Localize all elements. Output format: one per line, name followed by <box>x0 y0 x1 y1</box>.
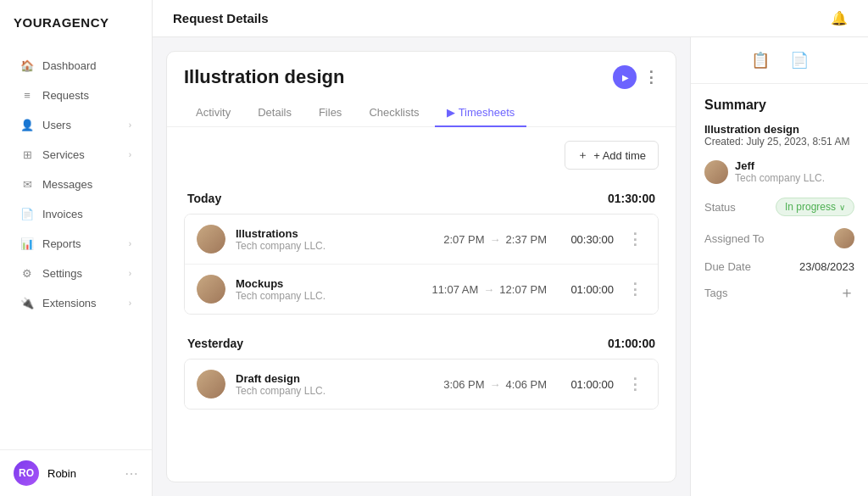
entry-name: Draft design <box>236 372 433 385</box>
end-time: 2:37 PM <box>506 233 547 246</box>
status-label: Status <box>704 201 736 214</box>
user-avatar: RO <box>14 460 39 486</box>
yesterday-header: Yesterday 01:00:00 <box>184 328 659 359</box>
entry-more-button[interactable]: ⋮ <box>624 280 646 298</box>
clipboard-tab-icon[interactable]: 📋 <box>751 51 770 70</box>
chevron-right-icon: › <box>129 239 131 248</box>
requests-icon: ≡ <box>20 88 34 102</box>
invoices-icon: 📄 <box>20 207 34 220</box>
arrow-icon: → <box>490 233 501 246</box>
summary-project-name: Illustration design <box>704 123 854 136</box>
right-panel-tabs: 📋 📄 <box>691 37 868 84</box>
more-options-button[interactable]: ⋯ <box>125 465 138 482</box>
client-name: Jeff <box>735 159 825 172</box>
status-row: Status In progress ∨ <box>704 198 854 216</box>
sidebar-item-services[interactable]: ⊞ Services › <box>7 140 145 169</box>
entry-duration: 01:00:00 <box>567 283 614 296</box>
due-date-label: Due Date <box>704 260 751 273</box>
page-title: Request Details <box>173 11 269 25</box>
sidebar-item-label: Settings <box>42 267 120 280</box>
chevron-down-icon: ∨ <box>839 203 845 212</box>
sidebar-item-label: Users <box>42 119 120 131</box>
more-menu-button[interactable]: ⋮ <box>643 68 659 86</box>
entry-company: Tech company LLC. <box>236 385 433 397</box>
play-icon: ▶ <box>622 73 629 82</box>
status-badge[interactable]: In progress ∨ <box>776 198 854 216</box>
bell-icon[interactable]: 🔔 <box>831 10 848 26</box>
chevron-right-icon: › <box>129 150 131 159</box>
sidebar-item-settings[interactable]: ⚙ Settings › <box>7 259 145 287</box>
plus-icon: ＋ <box>577 148 588 163</box>
user-name: Robin <box>47 467 116 480</box>
summary-created: Created: July 25, 2023, 8:51 AM <box>704 136 854 148</box>
center-body: ＋ + Add time Today 01:30:00 <box>167 127 676 482</box>
extensions-icon: 🔌 <box>20 296 34 309</box>
sidebar-item-extensions[interactable]: 🔌 Extensions › <box>7 288 145 317</box>
assigned-avatar <box>834 228 854 248</box>
sidebar: YOURAGENCY 🏠 Dashboard ≡ Requests 👤 User… <box>0 0 153 496</box>
time-entry: Illustrations Tech company LLC. 2:07 PM … <box>185 215 658 265</box>
summary-section: Summary Illustration design Created: Jul… <box>691 84 868 314</box>
sidebar-item-label: Extensions <box>42 297 120 309</box>
title-actions: ▶ ⋮ <box>613 65 659 89</box>
tabs: Activity Details Files Checklists ▶Times… <box>184 99 659 126</box>
sidebar-footer: RO Robin ⋯ <box>0 449 152 496</box>
settings-icon: ⚙ <box>20 266 34 280</box>
entry-name: Mockups <box>236 277 421 290</box>
sidebar-item-users[interactable]: 👤 Users › <box>7 110 145 139</box>
avatar <box>197 225 225 254</box>
dashboard-icon: 🏠 <box>20 59 34 72</box>
timesheets-icon: ▶ <box>447 106 455 119</box>
sidebar-item-invoices[interactable]: 📄 Invoices <box>7 199 145 228</box>
services-icon: ⊞ <box>20 148 34 161</box>
yesterday-total: 01:00:00 <box>608 337 655 350</box>
sidebar-item-label: Invoices <box>42 208 131 220</box>
yesterday-entries: Draft design Tech company LLC. 3:06 PM →… <box>184 359 659 410</box>
arrow-icon: → <box>490 378 501 391</box>
entry-info: Draft design Tech company LLC. <box>236 372 433 397</box>
tags-label: Tags <box>704 287 727 299</box>
content-area: Illustration design ▶ ⋮ Activity Details <box>153 37 868 496</box>
right-panel: 📋 📄 Summary Illustration design Created:… <box>690 37 868 496</box>
document-tab-icon[interactable]: 📄 <box>790 51 809 70</box>
time-entry: Mockups Tech company LLC. 11:07 AM → 12:… <box>185 265 658 314</box>
main-header: Request Details 🔔 <box>153 0 868 37</box>
sidebar-item-requests[interactable]: ≡ Requests <box>7 81 145 109</box>
chevron-right-icon: › <box>129 269 131 278</box>
play-button[interactable]: ▶ <box>613 65 637 89</box>
tab-files[interactable]: Files <box>307 99 353 127</box>
start-time: 3:06 PM <box>443 378 484 391</box>
avatar-image <box>197 225 225 254</box>
tab-details[interactable]: Details <box>246 99 303 127</box>
sidebar-item-dashboard[interactable]: 🏠 Dashboard <box>7 51 145 80</box>
add-tag-button[interactable]: ＋ <box>839 285 854 300</box>
sidebar-item-messages[interactable]: ✉ Messages <box>7 170 145 198</box>
avatar <box>197 370 225 398</box>
tab-timesheets[interactable]: ▶Timesheets <box>435 99 527 127</box>
sidebar-item-label: Services <box>42 148 120 161</box>
entry-info: Illustrations Tech company LLC. <box>236 227 433 252</box>
arrow-icon: → <box>483 283 494 296</box>
add-time-button[interactable]: ＋ + Add time <box>565 141 659 170</box>
request-title: Illustration design <box>184 66 344 88</box>
entry-times: 11:07 AM → 12:07 PM <box>431 283 547 296</box>
tab-activity[interactable]: Activity <box>184 99 242 127</box>
client-avatar <box>704 160 728 184</box>
sidebar-item-label: Requests <box>42 89 131 102</box>
tags-row: Tags ＋ <box>704 285 854 300</box>
entry-more-button[interactable]: ⋮ <box>624 375 646 393</box>
add-time-row: ＋ + Add time <box>184 141 659 170</box>
today-header: Today 01:30:00 <box>184 183 659 214</box>
entry-company: Tech company LLC. <box>236 240 433 252</box>
client-company: Tech company LLC. <box>735 172 825 184</box>
yesterday-section: Yesterday 01:00:00 Draft design Tech com… <box>184 328 659 410</box>
avatar <box>197 275 225 304</box>
end-time: 4:06 PM <box>506 378 547 391</box>
entry-more-button[interactable]: ⋮ <box>624 230 646 248</box>
tab-checklists[interactable]: Checklists <box>357 99 431 127</box>
users-icon: 👤 <box>20 118 34 131</box>
entry-duration: 00:30:00 <box>567 233 614 246</box>
assigned-row: Assigned To <box>704 228 854 248</box>
sidebar-item-reports[interactable]: 📊 Reports › <box>7 229 145 258</box>
client-info: Jeff Tech company LLC. <box>735 159 825 184</box>
